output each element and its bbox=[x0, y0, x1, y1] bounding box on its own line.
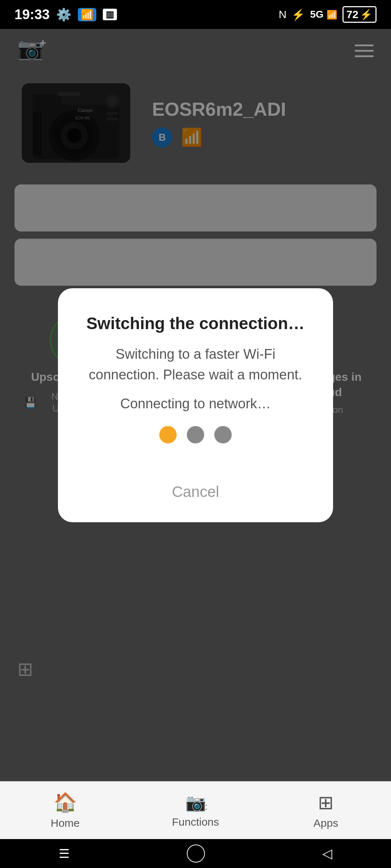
home-label: Home bbox=[51, 817, 80, 829]
modal-overlay: Switching the connection… Switching to a… bbox=[0, 29, 391, 781]
back-button[interactable]: ◁ bbox=[322, 846, 332, 861]
modal-title: Switching the connection… bbox=[86, 314, 304, 333]
home-icon: 🏠 bbox=[54, 791, 77, 813]
status-right: N ⚡ 5G 📶 72 ⚡ bbox=[279, 6, 377, 23]
nav-apps[interactable]: ⊞ Apps bbox=[261, 788, 391, 833]
status-left: 19:33 ⚙️ 📶 ▥ bbox=[14, 7, 117, 22]
settings-icon: ⚙️ bbox=[56, 7, 71, 22]
wifi-status-icon: 📶 bbox=[78, 8, 96, 21]
bluetooth-icon: ⚡ bbox=[291, 8, 305, 21]
app-background: 📷 + Canon bbox=[0, 29, 391, 781]
modal-status: Connecting to network… bbox=[120, 396, 271, 412]
app-icon-small: ▥ bbox=[103, 9, 117, 20]
home-button[interactable] bbox=[187, 844, 205, 863]
battery-indicator: 72 ⚡ bbox=[342, 6, 377, 23]
apps-icon: ⊞ bbox=[318, 792, 334, 813]
switching-connection-modal: Switching the connection… Switching to a… bbox=[58, 288, 333, 522]
bottom-navigation: 🏠 Home 📷: Functions ⊞ Apps bbox=[0, 781, 391, 839]
dot-3 bbox=[214, 426, 232, 443]
cancel-button[interactable]: Cancel bbox=[157, 480, 234, 504]
android-nav-bar: ☰ ◁ bbox=[0, 839, 391, 868]
signal-5g-icon: 5G 📶 bbox=[310, 9, 337, 20]
functions-icon: 📷: bbox=[185, 793, 206, 812]
progress-dots bbox=[159, 426, 232, 443]
nfc-icon: N bbox=[279, 8, 287, 21]
functions-label: Functions bbox=[172, 816, 219, 828]
time-display: 19:33 bbox=[14, 7, 50, 22]
charging-icon: ⚡ bbox=[360, 9, 373, 21]
dot-2 bbox=[187, 426, 204, 443]
modal-body: Switching to a faster Wi-Fi connection. … bbox=[80, 344, 311, 385]
nav-functions[interactable]: 📷: Functions bbox=[130, 789, 261, 832]
recent-apps-button[interactable]: ☰ bbox=[59, 846, 70, 861]
status-bar: 19:33 ⚙️ 📶 ▥ N ⚡ 5G 📶 72 ⚡ bbox=[0, 0, 391, 29]
apps-label: Apps bbox=[314, 817, 338, 829]
dot-1 bbox=[159, 426, 177, 443]
battery-level: 72 bbox=[346, 8, 358, 21]
nav-home[interactable]: 🏠 Home bbox=[0, 788, 130, 833]
